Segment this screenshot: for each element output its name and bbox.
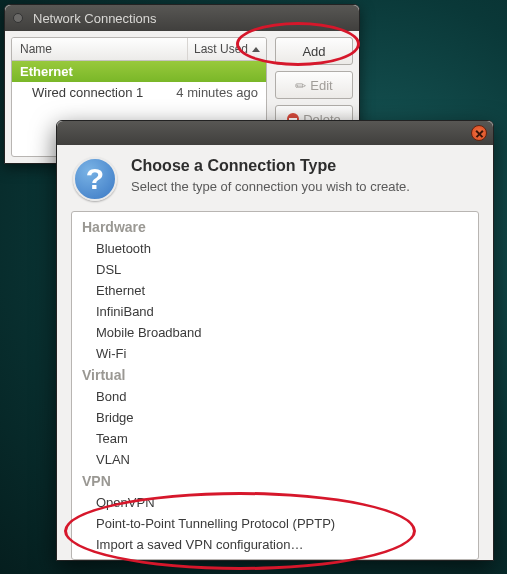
column-lastused-header[interactable]: Last Used [188, 38, 266, 60]
type-item[interactable]: Mobile Broadband [72, 322, 478, 343]
type-item[interactable]: Point-to-Point Tunnelling Protocol (PPTP… [72, 513, 478, 534]
connection-name: Wired connection 1 [20, 85, 168, 100]
type-item[interactable]: Team [72, 428, 478, 449]
type-item[interactable]: Ethernet [72, 280, 478, 301]
dialog-subtitle: Select the type of connection you wish t… [131, 179, 410, 194]
add-button[interactable]: Add [275, 37, 353, 65]
sort-ascending-icon [252, 47, 260, 52]
type-item[interactable]: OpenVPN [72, 492, 478, 513]
dialog-titlebar[interactable] [57, 121, 493, 145]
type-item[interactable]: InfiniBand [72, 301, 478, 322]
category-row-ethernet[interactable]: Ethernet [12, 61, 266, 82]
type-item[interactable]: Bridge [72, 407, 478, 428]
type-item[interactable]: Bluetooth [72, 238, 478, 259]
type-group-header: VPN [72, 470, 478, 492]
connection-lastused: 4 minutes ago [168, 85, 258, 100]
type-item[interactable]: DSL [72, 259, 478, 280]
window-title: Network Connections [33, 11, 157, 26]
list-header: Name Last Used [12, 38, 266, 61]
type-group-header: Hardware [72, 216, 478, 238]
connection-type-list[interactable]: HardwareBluetoothDSLEthernetInfiniBandMo… [71, 211, 479, 560]
dialog-title: Choose a Connection Type [131, 157, 410, 175]
type-item[interactable]: VLAN [72, 449, 478, 470]
pencil-icon: ✎ [292, 76, 310, 94]
window-control-dot[interactable] [13, 13, 23, 23]
column-name-header[interactable]: Name [12, 38, 188, 60]
close-icon[interactable] [471, 125, 487, 141]
type-group-header: Virtual [72, 364, 478, 386]
connection-type-dialog: ? Choose a Connection Type Select the ty… [56, 120, 494, 561]
connection-row[interactable]: Wired connection 1 4 minutes ago [12, 82, 266, 103]
type-item[interactable]: Import a saved VPN configuration… [72, 534, 478, 555]
edit-button[interactable]: ✎ Edit [275, 71, 353, 99]
question-icon: ? [73, 157, 117, 201]
window-titlebar[interactable]: Network Connections [5, 5, 359, 31]
type-item[interactable]: Bond [72, 386, 478, 407]
type-item[interactable]: Wi-Fi [72, 343, 478, 364]
